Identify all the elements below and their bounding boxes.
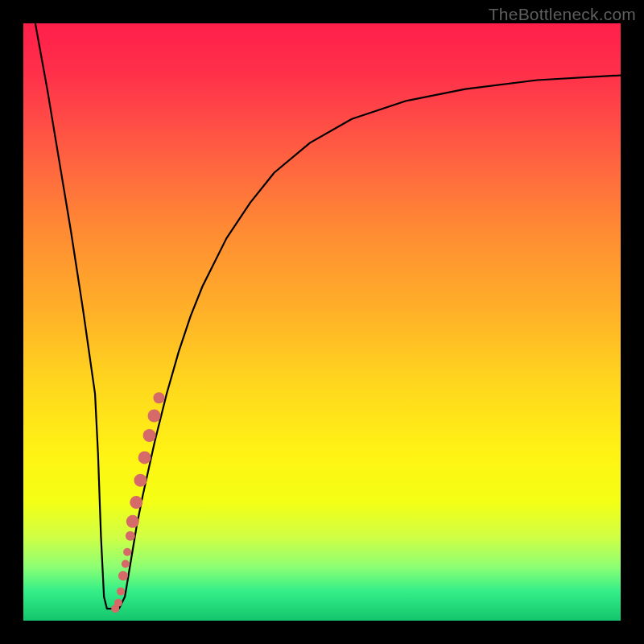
- highlight-point: [143, 429, 156, 442]
- highlight-point: [126, 515, 139, 528]
- highlight-point: [126, 531, 135, 541]
- highlight-point: [134, 474, 147, 487]
- highlight-point: [122, 560, 130, 568]
- highlight-point: [148, 409, 161, 422]
- highlight-point: [123, 548, 131, 556]
- watermark-text: TheBottleneck.com: [489, 5, 636, 24]
- chart-container: TheBottleneck.com: [0, 0, 644, 644]
- chart-overlay: [23, 23, 621, 621]
- highlight-points: [111, 392, 164, 613]
- bottleneck-curve: [35, 23, 621, 609]
- highlight-point: [130, 496, 142, 509]
- highlight-point: [138, 451, 151, 464]
- highlight-point: [114, 599, 122, 607]
- highlight-point: [153, 392, 164, 403]
- highlight-point: [118, 571, 128, 580]
- highlight-point: [117, 588, 125, 596]
